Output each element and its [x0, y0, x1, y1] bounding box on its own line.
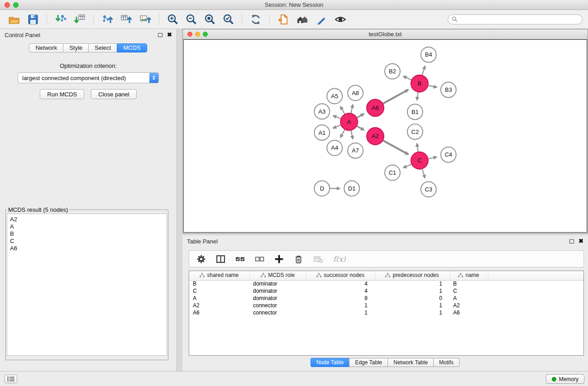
zoom-window-button[interactable]	[13, 2, 19, 8]
table-cell[interactable]: B	[449, 280, 488, 287]
tab-style[interactable]: Style	[63, 43, 89, 52]
table-cell[interactable]: A	[189, 295, 249, 302]
table-cell[interactable]: dominator	[249, 295, 306, 302]
node-B3[interactable]: B3	[441, 82, 456, 98]
node-C3[interactable]: C3	[421, 182, 436, 197]
table-cell[interactable]: connector	[249, 302, 306, 309]
table-cell[interactable]: 1	[375, 309, 449, 316]
node-A7[interactable]: A7	[348, 143, 363, 158]
search-input[interactable]	[460, 16, 578, 23]
apply-layout-button[interactable]	[249, 12, 263, 27]
table-row[interactable]: A2connector11A2	[189, 302, 583, 309]
criterion-dropdown[interactable]: largest connected component (directed)	[18, 72, 159, 83]
table-cell[interactable]: dominator	[249, 287, 306, 295]
edge-A-A2[interactable]	[357, 126, 364, 130]
node-B[interactable]: B	[411, 75, 428, 92]
show-columns-button[interactable]	[216, 254, 225, 264]
node-B4[interactable]: B4	[421, 47, 436, 62]
column-header-shared-name[interactable]: shared name	[189, 271, 249, 280]
node-A1[interactable]: A1	[314, 125, 330, 140]
edge-A-A6[interactable]	[357, 114, 364, 117]
home-button[interactable]	[295, 12, 310, 27]
edge-A-A8[interactable]	[351, 105, 353, 113]
table-cell[interactable]: 4	[306, 287, 375, 295]
table-cell[interactable]: A2	[189, 302, 249, 309]
mcds-result-item[interactable]: A2	[10, 216, 164, 223]
edge-A-A3[interactable]	[333, 116, 341, 119]
float-table-panel-icon[interactable]	[569, 239, 574, 243]
table-cell[interactable]: 1	[375, 280, 449, 287]
node-A2[interactable]: A2	[367, 128, 384, 145]
table-cell[interactable]: 1	[306, 302, 375, 309]
table-cell[interactable]: C	[449, 287, 488, 295]
edge-C-C4[interactable]	[428, 157, 437, 159]
node-B2[interactable]: B2	[385, 64, 400, 79]
close-panel-button[interactable]: Close panel	[91, 89, 137, 99]
zoom-selected-button[interactable]	[221, 12, 235, 26]
table-cell[interactable]: B	[189, 280, 249, 287]
dropdown-stepper-icon[interactable]	[149, 73, 158, 83]
run-mcds-button[interactable]: Run MCDS	[40, 89, 84, 99]
tab-network-table[interactable]: Network Table	[387, 358, 434, 367]
export-image-button[interactable]	[138, 12, 153, 27]
zoom-out-button[interactable]	[184, 12, 198, 26]
column-header-mcds-role[interactable]: MCDS role	[249, 271, 306, 280]
table-cell[interactable]: 4	[306, 280, 375, 287]
mcds-result-item[interactable]: C	[10, 238, 164, 245]
zoom-network-window-button[interactable]	[203, 32, 208, 37]
tab-select[interactable]: Select	[88, 43, 117, 52]
tab-edge-table[interactable]: Edge Table	[349, 358, 388, 367]
node-C4[interactable]: C4	[441, 147, 456, 162]
table-cell[interactable]: A6	[449, 309, 488, 316]
mcds-result-item[interactable]: A6	[10, 245, 164, 252]
column-header-predecessor-nodes[interactable]: predecessor nodes	[375, 271, 449, 280]
edge-A-A5[interactable]	[340, 106, 344, 114]
node-C2[interactable]: C2	[407, 124, 423, 139]
open-session-button[interactable]	[7, 12, 21, 27]
table-row[interactable]: Cdominator41C	[189, 287, 583, 295]
table-cell[interactable]: A6	[189, 309, 249, 316]
column-header-successor-nodes[interactable]: successor nodes	[306, 271, 375, 280]
node-A4[interactable]: A4	[327, 140, 342, 156]
node-A6[interactable]: A6	[367, 99, 384, 116]
node-A8[interactable]: A8	[348, 86, 363, 101]
table-cell[interactable]: 1	[375, 287, 449, 295]
table-cell[interactable]: A	[449, 295, 488, 302]
table-row[interactable]: A6connector11A6	[189, 309, 583, 316]
export-table-button[interactable]	[119, 12, 134, 27]
table-cell[interactable]: A2	[449, 302, 488, 309]
table-cell[interactable]: 1	[375, 302, 449, 309]
minimize-network-window-button[interactable]	[195, 32, 200, 37]
show-panels-button[interactable]	[5, 375, 17, 383]
edge-B-B2[interactable]	[403, 76, 411, 80]
node-A5[interactable]: A5	[327, 88, 342, 104]
import-network-button[interactable]	[53, 12, 68, 27]
close-table-panel-icon[interactable]: ✖	[578, 239, 583, 243]
table-cell[interactable]: 0	[375, 295, 449, 302]
node-D1[interactable]: D1	[344, 181, 359, 196]
import-table-button[interactable]	[72, 12, 87, 27]
close-panel-icon[interactable]: ✖	[167, 33, 172, 37]
edge-B-B4[interactable]	[422, 66, 425, 75]
table-cell[interactable]: connector	[249, 309, 306, 316]
memory-button[interactable]: Memory	[546, 374, 584, 384]
column-header-name[interactable]: name	[449, 271, 488, 280]
table-settings-button[interactable]	[196, 254, 206, 264]
tab-mcds[interactable]: MCDS	[117, 43, 147, 52]
edge-A-A1[interactable]	[333, 125, 340, 129]
mcds-result-item[interactable]: A	[10, 223, 164, 230]
tab-motifs[interactable]: Motifs	[433, 358, 459, 367]
edge-C-C1[interactable]	[403, 164, 411, 168]
style-button[interactable]	[314, 12, 329, 27]
node-B1[interactable]: B1	[407, 104, 423, 119]
zoom-fit-button[interactable]	[203, 12, 217, 26]
edge-C-C3[interactable]	[422, 169, 425, 178]
edge-A-A4[interactable]	[340, 130, 345, 138]
show-details-button[interactable]	[333, 12, 348, 27]
save-session-button[interactable]	[26, 12, 40, 27]
close-window-button[interactable]	[5, 2, 10, 8]
table-cell[interactable]: 8	[306, 295, 375, 302]
table-cell[interactable]: 1	[306, 309, 375, 316]
export-network-button[interactable]	[100, 12, 115, 27]
select-all-button[interactable]	[235, 254, 245, 264]
